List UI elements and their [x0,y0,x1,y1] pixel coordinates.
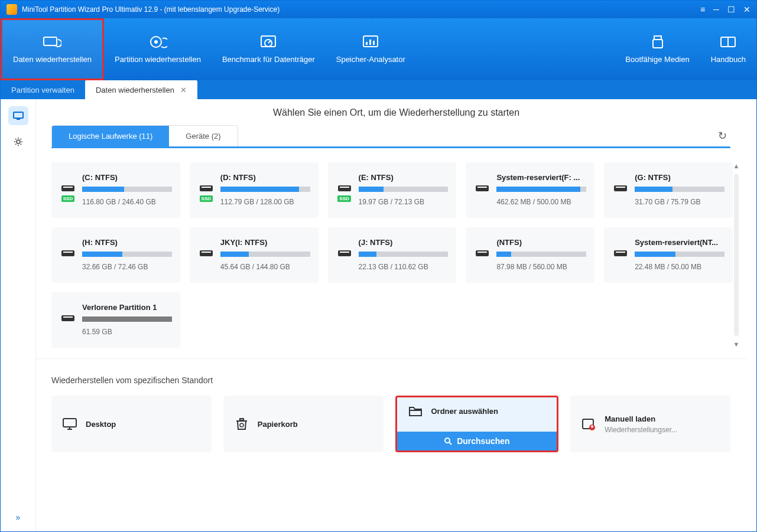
monitor-icon [13,112,24,120]
drive-card[interactable]: (NTFS) 87.98 MB / 560.00 MB [466,227,594,283]
svg-rect-12 [14,112,23,118]
analyzer-button[interactable]: Speicher-Analysator [326,18,416,80]
svg-rect-11 [653,40,662,48]
drive-size: 22.48 MB / 50.00 MB [635,263,724,271]
drive-card[interactable]: SSD (D: NTFS) 112.79 GB / 128.00 GB [190,162,319,218]
loc-manual-load[interactable]: Manuell laden Wiederherstellungser... [570,396,730,452]
drive-name: JKY(I: NTFS) [220,238,310,247]
data-recover-icon [43,35,61,49]
usage-bar [82,187,172,192]
drive-icon: SSD [60,173,76,206]
data-recover-label: Daten wiederherstellen [13,55,92,64]
svg-rect-30 [240,419,243,420]
inner-tab-logical[interactable]: Logische Laufwerke (11) [52,126,169,146]
refresh-button[interactable]: ↻ [718,129,730,142]
svg-rect-22 [340,252,349,253]
scroll-up-icon[interactable]: ▲ [733,162,740,169]
usage-bar [220,252,310,257]
minimize-button[interactable]: ─ [713,5,719,14]
drive-icon [474,238,490,271]
rail-settings-button[interactable] [8,132,28,151]
drive-size: 462.62 MB / 500.00 MB [496,198,586,206]
drive-name: (H: NTFS) [82,238,172,247]
close-tab-icon[interactable]: ✕ [180,86,187,94]
drive-icon [336,238,353,271]
rail-location-button[interactable] [8,106,28,125]
drive-name: (J: NTFS) [359,238,449,247]
bootmedia-button[interactable]: Bootfähige Medien [615,18,700,80]
benchmark-label: Benchmark für Datenträger [222,55,315,64]
folder-icon [408,404,423,417]
svg-line-5 [268,41,271,43]
handbook-label: Handbuch [711,55,746,64]
usage-bar [635,187,724,192]
drive-size: 112.79 GB / 128.00 GB [220,198,310,206]
drive-name: System-reserviert(NT... [635,238,724,247]
usage-bar [82,252,172,257]
svg-point-33 [445,438,450,443]
book-icon [719,35,737,49]
rail-expand-button[interactable]: » [16,513,21,522]
loc-desktop[interactable]: Desktop [51,396,212,452]
tab-manage-partition[interactable]: Partition verwalten [1,80,85,99]
tab-data-recover[interactable]: Daten wiederherstellen ✕ [85,80,197,99]
gear-icon [14,137,23,146]
drive-card[interactable]: SSD (C: NTFS) 116.80 GB / 246.40 GB [51,162,180,218]
drive-icon [474,173,490,206]
drive-card[interactable]: Verlorene Partition 1 61.59 GB [51,292,180,348]
drive-size: 116.80 GB / 246.40 GB [82,198,172,206]
svg-rect-23 [477,252,487,253]
scrollbar[interactable]: ▲ ▼ [733,162,740,348]
page-title: Wählen Sie einen Ort, um die Wiederherst… [36,99,756,125]
benchmark-button[interactable]: Benchmark für Datenträger [212,18,326,80]
drive-card[interactable]: JKY(I: NTFS) 45.64 GB / 144.80 GB [190,227,319,283]
drive-name: (C: NTFS) [82,173,172,182]
drive-card[interactable]: (H: NTFS) 32.66 GB / 72.46 GB [51,227,180,283]
drive-card[interactable]: SSD (E: NTFS) 19.97 GB / 72.13 GB [328,162,457,218]
svg-rect-18 [477,187,487,188]
drive-card[interactable]: System-reserviert(F: ... 462.62 MB / 500… [466,162,594,218]
bootmedia-label: Bootfähige Medien [625,55,689,64]
inner-tab-devices[interactable]: Geräte (2) [169,126,237,146]
svg-rect-26 [63,419,76,427]
drive-card[interactable]: (G: NTFS) 31.70 GB / 75.79 GB [604,162,733,218]
drive-icon [60,238,76,271]
drive-card[interactable]: System-reserviert(NT... 22.48 MB / 50.00… [604,227,733,283]
drive-card[interactable]: (J: NTFS) 22.13 GB / 110.62 GB [328,227,457,283]
trash-icon [234,417,249,430]
analyzer-label: Speicher-Analysator [336,55,405,64]
usage-bar [220,187,310,192]
drive-size: 22.13 GB / 110.62 GB [359,263,449,271]
loc-trash[interactable]: Papierkorb [223,396,384,452]
drive-size: 87.98 MB / 560.00 MB [496,263,586,271]
analyzer-icon [361,35,380,49]
drive-name: (D: NTFS) [220,173,310,182]
maximize-button[interactable]: ☐ [727,5,735,14]
drive-name: System-reserviert(F: ... [496,173,586,182]
svg-point-14 [17,140,20,143]
usage-bar [359,187,449,192]
svg-rect-15 [63,187,73,188]
drive-icon: SSD [336,173,353,206]
drive-size: 31.70 GB / 75.79 GB [635,198,724,206]
svg-rect-9 [373,41,375,45]
drive-size: 45.64 GB / 144.80 GB [220,263,310,271]
svg-line-34 [449,442,451,445]
usb-icon [648,35,667,49]
drive-icon [60,303,76,336]
ssd-badge: SSD [200,195,213,202]
partition-recover-button[interactable]: Partition wiederherstellen [104,18,212,80]
menu-icon[interactable]: ≡ [700,5,705,14]
ssd-badge: SSD [61,195,74,202]
loc-select-folder[interactable]: Ordner auswählen Durchsuchen [395,396,559,452]
handbook-button[interactable]: Handbuch [700,18,756,80]
scroll-down-icon[interactable]: ▼ [733,341,740,348]
close-button[interactable]: ✕ [743,5,750,14]
svg-rect-24 [616,252,625,253]
benchmark-icon [259,35,278,49]
svg-rect-17 [340,187,349,188]
drive-name: Verlorene Partition 1 [82,303,172,312]
browse-button[interactable]: Durchsuchen [397,432,557,451]
svg-rect-16 [202,187,211,188]
data-recover-button[interactable]: Daten wiederherstellen [1,18,104,80]
